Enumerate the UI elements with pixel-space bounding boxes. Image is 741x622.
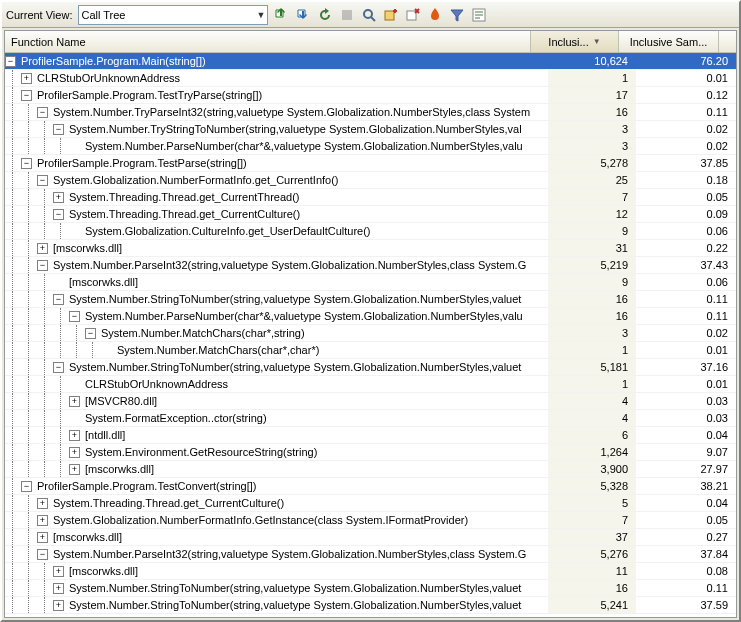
cell-name: −System.Threading.Thread.get_CurrentCult… bbox=[5, 206, 548, 222]
collapse-icon[interactable]: − bbox=[21, 158, 32, 169]
table-row[interactable]: +[mscorwks.dll]110.08 bbox=[5, 563, 736, 580]
cell-inclusive: 7 bbox=[548, 512, 636, 528]
table-row[interactable]: System.Globalization.CultureInfo.get_Use… bbox=[5, 223, 736, 240]
cell-name: −System.Number.TryStringToNumber(string,… bbox=[5, 121, 548, 137]
expand-icon[interactable]: + bbox=[53, 600, 64, 611]
cell-inclusive: 5,181 bbox=[548, 359, 636, 375]
refresh-icon[interactable] bbox=[316, 6, 334, 24]
collapse-icon[interactable]: − bbox=[53, 209, 64, 220]
collapse-icon[interactable]: − bbox=[37, 260, 48, 271]
table-row[interactable]: −ProfilerSample.Program.TestTryParse(str… bbox=[5, 87, 736, 104]
expand-icon[interactable]: + bbox=[69, 447, 80, 458]
collapse-icon[interactable]: − bbox=[85, 328, 96, 339]
collapse-icon[interactable]: − bbox=[37, 107, 48, 118]
table-row[interactable]: +[MSVCR80.dll]40.03 bbox=[5, 393, 736, 410]
table-row[interactable]: +System.Threading.Thread.get_CurrentThre… bbox=[5, 189, 736, 206]
cell-inclusive-samples: 0.12 bbox=[636, 87, 736, 103]
collapse-icon[interactable]: − bbox=[53, 124, 64, 135]
import-icon[interactable] bbox=[294, 6, 312, 24]
collapse-icon[interactable]: − bbox=[21, 481, 32, 492]
table-row[interactable]: +System.Threading.Thread.get_CurrentCult… bbox=[5, 495, 736, 512]
table-row[interactable]: System.Number.ParseNumber(char*&,valuety… bbox=[5, 138, 736, 155]
table-row[interactable]: +CLRStubOrUnknownAddress10.01 bbox=[5, 70, 736, 87]
expand-icon[interactable]: + bbox=[37, 532, 48, 543]
cell-name: +[MSVCR80.dll] bbox=[5, 393, 548, 409]
table-row[interactable]: +System.Globalization.NumberFormatInfo.G… bbox=[5, 512, 736, 529]
cell-inclusive: 12 bbox=[548, 206, 636, 222]
expand-icon[interactable]: + bbox=[53, 566, 64, 577]
table-row[interactable]: −System.Number.StringToNumber(string,val… bbox=[5, 291, 736, 308]
table-row[interactable]: −ProfilerSample.Program.TestParse(string… bbox=[5, 155, 736, 172]
table-row[interactable]: CLRStubOrUnknownAddress10.01 bbox=[5, 376, 736, 393]
filter-icon[interactable] bbox=[448, 6, 466, 24]
expand-icon[interactable]: + bbox=[21, 73, 32, 84]
col-header-name[interactable]: Function Name bbox=[5, 31, 531, 52]
svg-point-1 bbox=[364, 10, 372, 18]
add-icon[interactable] bbox=[382, 6, 400, 24]
table-row[interactable]: −System.Number.MatchChars(char*,string)3… bbox=[5, 325, 736, 342]
table-row[interactable]: +[mscorwks.dll]370.27 bbox=[5, 529, 736, 546]
col-header-inclusive-samples[interactable]: Inclusive Sam... bbox=[619, 31, 719, 52]
table-row[interactable]: +System.Number.StringToNumber(string,val… bbox=[5, 597, 736, 614]
collapse-icon[interactable]: − bbox=[53, 362, 64, 373]
table-row[interactable]: −ProfilerSample.Program.Main(string[])10… bbox=[5, 53, 736, 70]
cell-inclusive-samples: 38.21 bbox=[636, 478, 736, 494]
cell-name: +System.Globalization.NumberFormatInfo.G… bbox=[5, 512, 548, 528]
function-name: [mscorwks.dll] bbox=[51, 529, 122, 545]
table-row[interactable]: −System.Number.ParseInt32(string,valuety… bbox=[5, 546, 736, 563]
cell-name: System.Number.ParseNumber(char*&,valuety… bbox=[5, 138, 548, 154]
cell-inclusive-samples: 0.06 bbox=[636, 223, 736, 239]
function-name: System.Threading.Thread.get_CurrentThrea… bbox=[67, 189, 300, 205]
collapse-icon[interactable]: − bbox=[37, 175, 48, 186]
expand-icon[interactable]: + bbox=[37, 243, 48, 254]
function-name: System.Number.StringToNumber(string,valu… bbox=[67, 580, 521, 596]
collapse-icon[interactable]: − bbox=[21, 90, 32, 101]
table-row[interactable]: +[mscorwks.dll]3,90027.97 bbox=[5, 461, 736, 478]
cell-inclusive-samples: 0.05 bbox=[636, 512, 736, 528]
table-row[interactable]: −System.Number.ParseNumber(char*&,valuet… bbox=[5, 308, 736, 325]
clear-icon[interactable] bbox=[404, 6, 422, 24]
cell-name: −ProfilerSample.Program.Main(string[]) bbox=[5, 53, 548, 69]
collapse-icon[interactable]: − bbox=[37, 549, 48, 560]
expand-icon[interactable]: + bbox=[69, 464, 80, 475]
cell-name: −ProfilerSample.Program.TestTryParse(str… bbox=[5, 87, 548, 103]
cell-inclusive-samples: 0.08 bbox=[636, 563, 736, 579]
hot-path-icon[interactable] bbox=[426, 6, 444, 24]
expand-icon[interactable]: + bbox=[53, 583, 64, 594]
table-row[interactable]: [mscorwks.dll]90.06 bbox=[5, 274, 736, 291]
properties-icon[interactable] bbox=[470, 6, 488, 24]
table-row[interactable]: −System.Globalization.NumberFormatInfo.g… bbox=[5, 172, 736, 189]
table-row[interactable]: −System.Number.TryStringToNumber(string,… bbox=[5, 121, 736, 138]
expand-icon[interactable]: + bbox=[37, 498, 48, 509]
table-row[interactable]: System.FormatException..ctor(string)40.0… bbox=[5, 410, 736, 427]
table-row[interactable]: −System.Number.StringToNumber(string,val… bbox=[5, 359, 736, 376]
expand-icon[interactable]: + bbox=[53, 192, 64, 203]
cell-inclusive: 17 bbox=[548, 87, 636, 103]
collapse-icon[interactable]: − bbox=[53, 294, 64, 305]
sort-desc-icon: ▼ bbox=[593, 37, 601, 46]
expand-icon[interactable]: + bbox=[69, 430, 80, 441]
expand-icon[interactable]: + bbox=[69, 396, 80, 407]
cell-inclusive-samples: 0.01 bbox=[636, 70, 736, 86]
table-row[interactable]: +System.Environment.GetResourceString(st… bbox=[5, 444, 736, 461]
table-row[interactable]: −ProfilerSample.Program.TestConvert(stri… bbox=[5, 478, 736, 495]
cell-inclusive: 9 bbox=[548, 223, 636, 239]
grid-body[interactable]: −ProfilerSample.Program.Main(string[])10… bbox=[5, 53, 736, 617]
table-row[interactable]: +System.Number.StringToNumber(string,val… bbox=[5, 580, 736, 597]
table-row[interactable]: −System.Number.TryParseInt32(string,valu… bbox=[5, 104, 736, 121]
table-row[interactable]: −System.Threading.Thread.get_CurrentCult… bbox=[5, 206, 736, 223]
find-icon[interactable] bbox=[360, 6, 378, 24]
view-select[interactable]: Call Tree ▼ bbox=[78, 5, 268, 25]
cell-inclusive: 25 bbox=[548, 172, 636, 188]
export-icon[interactable] bbox=[272, 6, 290, 24]
col-header-inclusive[interactable]: Inclusi... ▼ bbox=[531, 31, 619, 52]
table-row[interactable]: +[mscorwks.dll]310.22 bbox=[5, 240, 736, 257]
table-row[interactable]: +[ntdll.dll]60.04 bbox=[5, 427, 736, 444]
cell-name: −System.Number.TryParseInt32(string,valu… bbox=[5, 104, 548, 120]
table-row[interactable]: −System.Number.ParseInt32(string,valuety… bbox=[5, 257, 736, 274]
collapse-icon[interactable]: − bbox=[69, 311, 80, 322]
cell-name: −ProfilerSample.Program.TestConvert(stri… bbox=[5, 478, 548, 494]
expand-icon[interactable]: + bbox=[37, 515, 48, 526]
table-row[interactable]: System.Number.MatchChars(char*,char*)10.… bbox=[5, 342, 736, 359]
collapse-icon[interactable]: − bbox=[5, 56, 16, 67]
